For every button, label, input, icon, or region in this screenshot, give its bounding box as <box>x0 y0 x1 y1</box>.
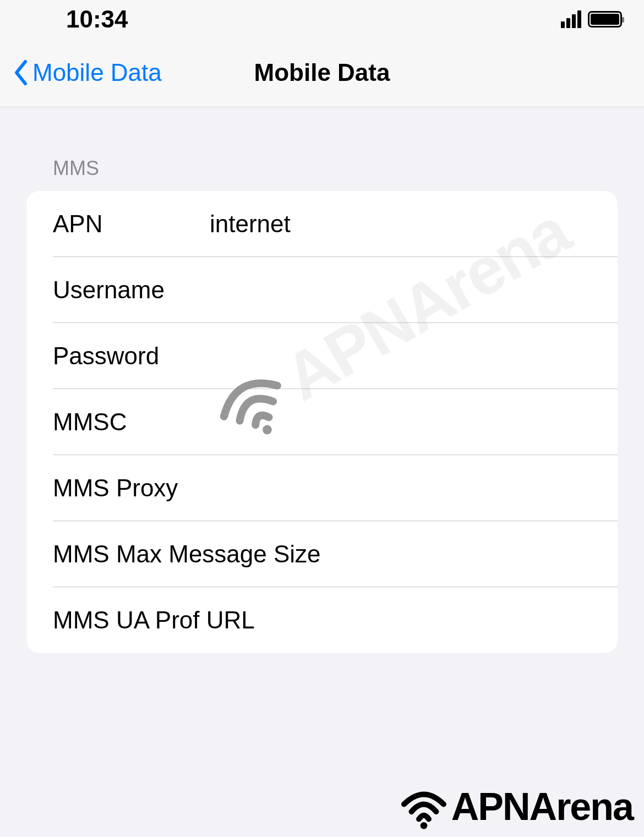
mms-proxy-row[interactable]: MMS Proxy <box>26 455 618 521</box>
apn-label: APN <box>53 210 210 238</box>
mmsc-label: MMSC <box>53 408 210 436</box>
username-row[interactable]: Username <box>26 257 618 323</box>
username-label: Username <box>53 276 210 304</box>
svg-point-1 <box>420 822 427 829</box>
content-area: MMS APN internet Username Password MMSC … <box>0 107 644 653</box>
status-bar: 10:34 <box>0 0 644 39</box>
back-button[interactable]: Mobile Data <box>13 59 162 86</box>
battery-icon <box>588 11 622 28</box>
footer-logo-text: APNArena <box>451 785 633 829</box>
apn-row[interactable]: APN internet <box>26 191 618 257</box>
apn-value[interactable]: internet <box>210 210 618 238</box>
password-label: Password <box>53 342 210 370</box>
mms-max-size-row[interactable]: MMS Max Message Size <box>26 521 618 587</box>
page-title: Mobile Data <box>254 59 390 86</box>
settings-group-mms: APN internet Username Password MMSC MMS … <box>26 191 618 653</box>
mms-ua-prof-url-row[interactable]: MMS UA Prof URL <box>26 587 618 653</box>
mms-max-size-label: MMS Max Message Size <box>53 540 322 568</box>
status-bar-time: 10:34 <box>66 6 128 33</box>
back-button-label: Mobile Data <box>32 59 162 86</box>
mms-proxy-label: MMS Proxy <box>53 474 322 502</box>
navigation-bar: Mobile Data Mobile Data <box>0 39 644 107</box>
chevron-left-icon <box>13 59 30 86</box>
section-header-mms: MMS <box>26 157 618 180</box>
wifi-icon <box>399 782 449 831</box>
cellular-signal-icon <box>561 10 581 28</box>
password-row[interactable]: Password <box>26 323 618 389</box>
mmsc-row[interactable]: MMSC <box>26 389 618 455</box>
status-bar-icons <box>561 10 622 28</box>
mms-ua-prof-url-label: MMS UA Prof URL <box>53 606 322 634</box>
footer-logo: APNArena <box>399 782 633 831</box>
